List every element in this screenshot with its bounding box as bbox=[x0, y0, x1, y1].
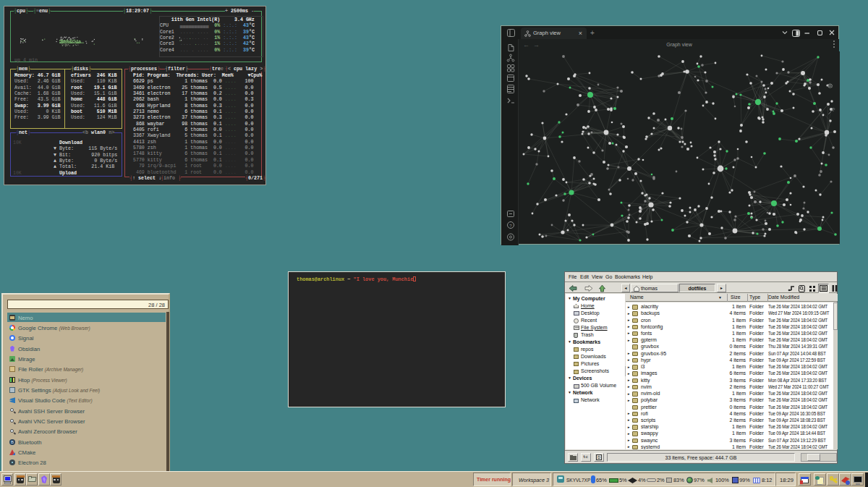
svg-text:?: ? bbox=[509, 224, 512, 228]
